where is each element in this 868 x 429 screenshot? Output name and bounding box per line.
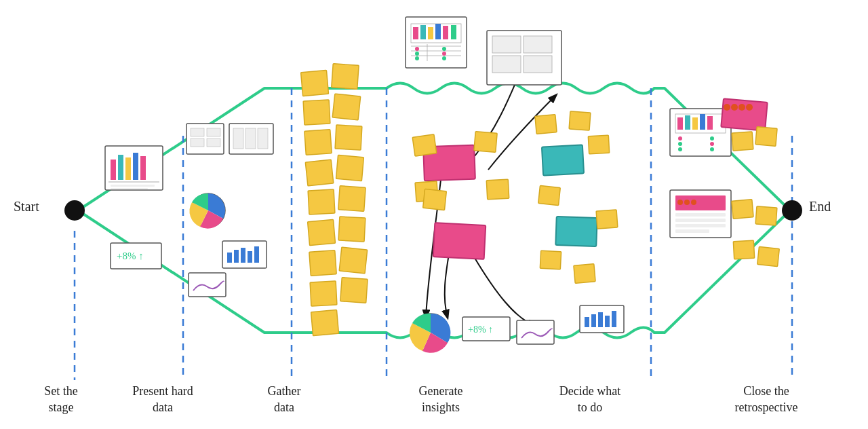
start-label: Start xyxy=(14,199,39,214)
svg-point-24 xyxy=(191,193,225,227)
svg-rect-104 xyxy=(692,117,698,130)
svg-point-124 xyxy=(691,200,696,205)
svg-rect-99 xyxy=(612,311,616,327)
svg-point-108 xyxy=(678,142,682,146)
svg-rect-23 xyxy=(258,128,268,149)
svg-rect-91 xyxy=(596,210,618,229)
svg-point-81 xyxy=(412,314,450,352)
svg-rect-96 xyxy=(591,314,596,327)
svg-rect-130 xyxy=(755,206,777,225)
svg-point-122 xyxy=(677,200,683,205)
svg-rect-80 xyxy=(486,179,509,200)
svg-rect-78 xyxy=(415,181,438,202)
svg-point-47 xyxy=(415,52,419,56)
svg-rect-40 xyxy=(443,26,448,39)
svg-rect-69 xyxy=(309,250,336,276)
svg-rect-129 xyxy=(732,200,753,219)
svg-rect-79 xyxy=(423,189,447,210)
svg-rect-70 xyxy=(339,247,367,274)
svg-rect-38 xyxy=(428,27,433,39)
svg-rect-87 xyxy=(535,115,557,134)
label-present-hard-data: Present harddata xyxy=(108,384,217,415)
svg-rect-100 xyxy=(670,109,731,156)
svg-rect-120 xyxy=(670,190,731,238)
svg-point-115 xyxy=(731,104,738,111)
svg-rect-74 xyxy=(423,145,475,181)
svg-rect-56 xyxy=(524,56,552,73)
svg-rect-94 xyxy=(580,305,624,333)
end-node xyxy=(782,200,802,221)
svg-rect-105 xyxy=(700,114,705,130)
label-set-stage: Set thestage xyxy=(17,384,105,415)
svg-rect-14 xyxy=(111,188,148,189)
svg-rect-102 xyxy=(677,117,683,130)
svg-rect-88 xyxy=(569,111,591,130)
svg-rect-103 xyxy=(685,115,690,130)
svg-rect-72 xyxy=(340,278,368,303)
svg-rect-32 xyxy=(254,246,259,263)
svg-rect-66 xyxy=(338,186,366,212)
svg-rect-127 xyxy=(675,224,726,227)
svg-rect-119 xyxy=(755,127,777,147)
svg-rect-106 xyxy=(707,116,713,130)
svg-rect-41 xyxy=(451,25,456,39)
svg-rect-85 xyxy=(542,145,584,175)
svg-rect-57 xyxy=(301,70,329,96)
svg-rect-75 xyxy=(433,223,486,259)
end-label: End xyxy=(809,199,831,214)
svg-point-112 xyxy=(710,147,714,151)
svg-rect-27 xyxy=(222,241,267,268)
label-generate-insights: Generateinsights xyxy=(380,384,502,415)
label-close-retro: Close theretrospective xyxy=(698,384,834,415)
svg-rect-9 xyxy=(125,157,131,180)
svg-rect-63 xyxy=(305,160,333,186)
svg-rect-16 xyxy=(191,128,204,136)
svg-point-46 xyxy=(415,47,419,51)
svg-rect-67 xyxy=(308,219,336,245)
svg-rect-65 xyxy=(308,189,335,214)
svg-rect-22 xyxy=(245,128,256,149)
label-gather-data: Gatherdata xyxy=(240,384,328,415)
svg-rect-82 xyxy=(462,317,510,341)
svg-rect-58 xyxy=(332,64,359,90)
svg-point-110 xyxy=(710,136,714,141)
svg-point-50 xyxy=(442,52,446,56)
svg-rect-29 xyxy=(234,250,239,263)
svg-rect-93 xyxy=(574,264,595,284)
svg-rect-113 xyxy=(721,98,767,131)
svg-rect-55 xyxy=(492,56,521,73)
svg-rect-64 xyxy=(336,155,364,181)
svg-rect-30 xyxy=(241,248,245,263)
svg-rect-13 xyxy=(111,185,155,187)
svg-rect-95 xyxy=(585,317,589,327)
svg-rect-98 xyxy=(605,316,610,327)
svg-rect-131 xyxy=(733,240,754,259)
start-node xyxy=(64,200,85,221)
svg-rect-121 xyxy=(675,195,726,210)
svg-rect-132 xyxy=(757,247,780,267)
svg-rect-17 xyxy=(207,128,220,136)
svg-rect-53 xyxy=(492,36,521,53)
svg-rect-36 xyxy=(413,27,418,39)
svg-rect-62 xyxy=(335,125,362,150)
svg-rect-73 xyxy=(311,310,339,335)
svg-rect-34 xyxy=(406,17,467,68)
svg-point-51 xyxy=(442,56,446,60)
svg-rect-128 xyxy=(675,229,709,233)
svg-rect-101 xyxy=(675,114,726,133)
svg-rect-31 xyxy=(248,251,252,263)
svg-rect-97 xyxy=(598,312,603,327)
svg-rect-28 xyxy=(227,253,232,263)
svg-rect-15 xyxy=(186,124,224,154)
svg-rect-6 xyxy=(105,146,163,190)
svg-rect-11 xyxy=(140,156,146,180)
svg-rect-10 xyxy=(133,153,138,180)
svg-point-116 xyxy=(738,104,745,111)
svg-point-114 xyxy=(724,104,730,111)
svg-rect-68 xyxy=(338,217,366,242)
canvas: +8% ↑ xyxy=(0,0,868,429)
svg-rect-21 xyxy=(233,128,243,149)
svg-rect-61 xyxy=(304,130,332,155)
svg-text:+8% ↑: +8% ↑ xyxy=(117,250,144,261)
svg-rect-125 xyxy=(675,213,726,217)
